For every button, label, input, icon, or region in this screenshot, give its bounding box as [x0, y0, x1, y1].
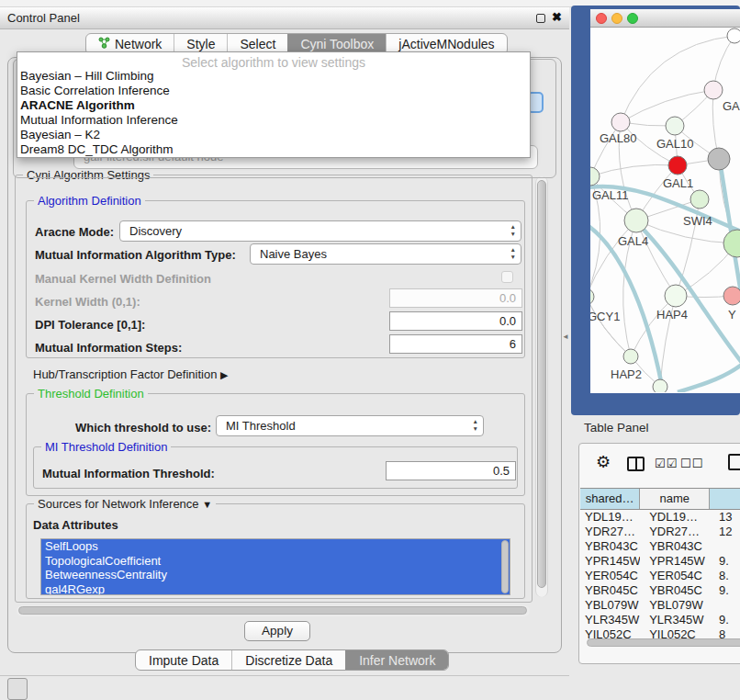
network-node-gal1[interactable] [668, 156, 687, 175]
attribute-item[interactable]: SelfLoops [41, 539, 510, 554]
manual-kernel-checkbox[interactable] [501, 271, 513, 283]
node-label: GAL80 [600, 131, 636, 145]
column-header[interactable]: name [640, 489, 710, 509]
mi-type-value: Naive Bayes [260, 247, 327, 261]
network-node-y[interactable] [723, 287, 740, 305]
node-label: GAL1 [663, 176, 693, 190]
attribute-item[interactable]: TopologicalCoefficient [41, 554, 510, 569]
network-node-gal10[interactable] [666, 117, 684, 135]
sources-toggle[interactable]: Sources for Network Inference ▼ [34, 497, 216, 511]
network-window[interactable]: GALGAL80GAL10GAL1GAL11SWI4GAL4GCY1HAP4YH… [590, 9, 740, 393]
table-row[interactable]: YIL052CYIL052C8 [580, 627, 740, 638]
table-rows: YDL19…YDL19…13YDR27…YDR27…12YBR043CYBR04… [580, 510, 740, 638]
network-node-gal[interactable] [704, 81, 723, 99]
tab-label: Network [115, 37, 162, 51]
attribute-item[interactable]: BetweennessCentrality [41, 568, 510, 582]
table-cell: YBL079W [580, 598, 640, 613]
unchecked-columns-icon[interactable]: ☐☐ [680, 457, 703, 470]
table-cell: YBR045C [580, 583, 640, 598]
threshold-definition-title: Threshold Definition [34, 387, 148, 401]
attributes-list-scrollbar[interactable] [501, 540, 509, 593]
network-node[interactable] [708, 148, 730, 170]
algorithm-option[interactable]: Dream8 DC_TDC Algorithm [17, 142, 530, 157]
checked-columns-icon[interactable]: ☑☑ [655, 457, 678, 470]
tab-impute-data[interactable]: Impute Data [136, 650, 231, 670]
control-panel-title: Control Panel [7, 11, 80, 25]
network-thick-edge [678, 360, 740, 392]
column-header[interactable]: shared… [580, 489, 640, 509]
stepper-arrows-icon: ▲▼ [473, 418, 478, 433]
table-cell: 8 [710, 627, 740, 638]
network-node-gal80[interactable] [611, 113, 630, 131]
data-attributes-label: Data Attributes [33, 518, 118, 532]
network-node[interactable] [723, 230, 740, 257]
aracne-mode-select[interactable]: Discovery ▲▼ [119, 220, 521, 242]
table-row[interactable]: YER054CYER054C8. [580, 569, 740, 583]
mi-steps-input[interactable]: 6 [389, 334, 522, 354]
settings-hscrollbar-thumb[interactable] [18, 606, 527, 615]
kernel-width-label: Kernel Width (0,1): [35, 295, 140, 309]
data-attributes-list[interactable]: SelfLoopsTopologicalCoefficientBetweenne… [40, 538, 510, 595]
table-row[interactable]: YLR345WYLR345W9. [580, 613, 740, 627]
table-hscrollbar[interactable] [587, 638, 740, 647]
algorithm-option[interactable]: Basic Correlation Inference [17, 84, 530, 98]
tab-infer-network[interactable]: Infer Network [345, 650, 448, 670]
aracne-mode-label: Aracne Mode: [35, 225, 114, 239]
which-threshold-select[interactable]: MI Threshold ▲▼ [216, 415, 484, 436]
table-row[interactable]: YDR27…YDR27…12 [580, 525, 740, 539]
control-panel: Control Panel ✖ NetworkStyleSelectCyni T… [0, 7, 569, 675]
tab-discretize-data[interactable]: Discretize Data [231, 650, 345, 670]
table-row[interactable]: YBR045CYBR045C9. [580, 583, 740, 598]
network-node-gal4[interactable] [624, 209, 648, 232]
table-cell: 9. [710, 613, 740, 627]
stepper-arrows-icon: ▲▼ [510, 246, 516, 261]
maximize-traffic-light-icon[interactable] [627, 13, 638, 24]
node-label: GAL10 [656, 137, 693, 151]
table-row[interactable]: YPR145WYPR145W9. [580, 554, 740, 569]
settings-scrollbar-thumb[interactable] [537, 180, 546, 588]
table-cell: YER054C [640, 569, 710, 583]
network-node-swi4[interactable] [690, 190, 709, 209]
network-node[interactable] [653, 379, 667, 392]
hub-definition-toggle[interactable]: Hub/Transcription Factor Definition ▶ [33, 367, 228, 381]
algorithm-option[interactable]: Mutual Information Inference [17, 113, 530, 128]
minimize-traffic-light-icon[interactable] [611, 13, 622, 24]
node-label: HAP4 [656, 308, 688, 322]
network-node-hap4[interactable] [665, 285, 687, 307]
table-row[interactable]: YBR043CYBR043C [580, 539, 740, 554]
stepper-arrows-icon: ▲▼ [510, 223, 516, 238]
split-panel-icon[interactable] [627, 457, 645, 471]
mi-type-select[interactable]: Naive Bayes ▲▼ [250, 243, 521, 265]
algorithm-option[interactable]: Bayesian – K2 [17, 128, 530, 142]
splitter-arrow-icon[interactable]: ◄ [562, 333, 569, 341]
mi-threshold-input[interactable]: 0.5 [386, 461, 516, 480]
algorithm-option[interactable]: ARACNE Algorithm [17, 98, 530, 113]
close-icon[interactable]: ✖ [552, 10, 562, 24]
dpi-tolerance-input[interactable]: 0.0 [389, 311, 522, 331]
attribute-item[interactable]: gal4RGexp [41, 582, 510, 596]
network-canvas[interactable]: GALGAL80GAL10GAL1GAL11SWI4GAL4GCY1HAP4YH… [590, 28, 740, 392]
algorithm-option[interactable]: Bayesian – Hill Climbing [17, 69, 530, 84]
minimized-panel-icon[interactable] [7, 678, 28, 700]
algorithm-dropdown-popup: Select algorithm to view settings Bayesi… [17, 51, 531, 158]
node-label: GAL11 [592, 188, 629, 202]
network-node[interactable] [727, 28, 740, 43]
document-icon[interactable] [728, 454, 740, 470]
network-node-hap2[interactable] [623, 349, 638, 364]
close-traffic-light-icon[interactable] [596, 13, 607, 24]
float-window-icon[interactable] [536, 14, 545, 23]
table-cell: 9. [710, 583, 740, 598]
which-threshold-label: Which threshold to use: [75, 421, 211, 435]
gear-icon[interactable]: ⚙ [596, 452, 611, 472]
table-row[interactable]: YBL079WYBL079W [580, 598, 740, 613]
kernel-width-input[interactable]: 0.0 [389, 288, 522, 308]
network-node-gal11[interactable] [590, 167, 600, 186]
table-panel-card: ⚙ ☑☑ ☐☐ shared…name YDL19…YDL19…13YDR27…… [578, 443, 740, 664]
network-node-gcy1[interactable] [590, 288, 594, 305]
table-cell: YBL079W [640, 598, 710, 613]
apply-button[interactable]: Apply [244, 621, 310, 641]
tab-label: jActiveMNodules [398, 37, 494, 51]
column-header[interactable] [710, 489, 740, 509]
network-window-titlebar[interactable] [590, 9, 740, 28]
table-row[interactable]: YDL19…YDL19…13 [580, 510, 740, 525]
